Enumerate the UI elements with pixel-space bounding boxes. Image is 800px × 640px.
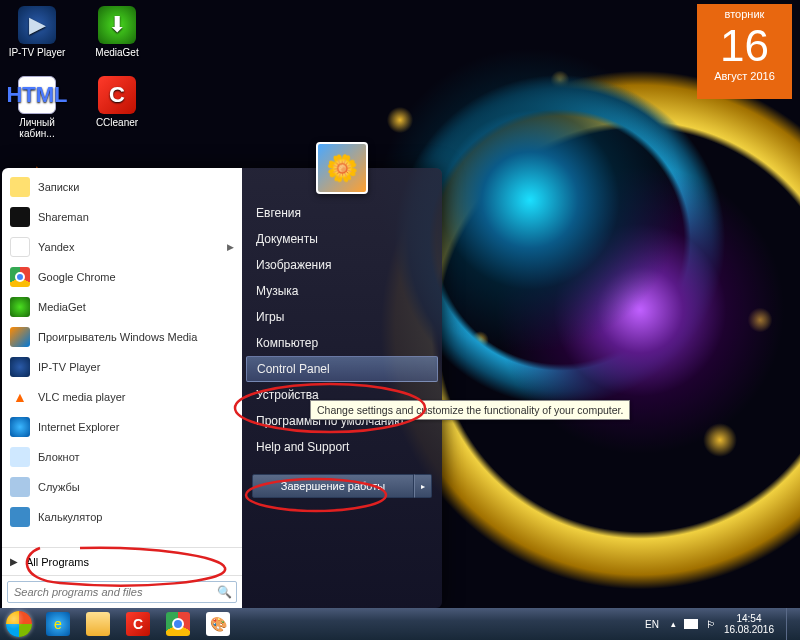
start-menu-item-services[interactable]: Службы	[2, 472, 242, 502]
start-menu-right-games[interactable]: Игры	[242, 304, 442, 330]
gadget-day: 16	[701, 24, 788, 68]
start-menu-item-label: Google Chrome	[38, 271, 116, 283]
tray-time: 14:54	[724, 613, 774, 625]
tray-action-center-icon[interactable]: 🏳	[706, 619, 716, 630]
chrome-icon	[10, 267, 30, 287]
desktop-icon-mediaget[interactable]: ⬇ MediaGet	[86, 6, 148, 58]
start-menu-item-vlc[interactable]: ▲VLC media player	[2, 382, 242, 412]
start-menu-item-calc[interactable]: Калькулятор	[2, 502, 242, 532]
tray-language[interactable]: EN	[641, 617, 663, 632]
start-menu-item-notes[interactable]: Записки	[2, 172, 242, 202]
tray-clock[interactable]: 14:54 16.08.2016	[724, 613, 774, 636]
ie-icon: e	[46, 612, 70, 636]
start-menu-item-yandex[interactable]: Yandex▶	[2, 232, 242, 262]
taskbar: e C EN ▴ 🏳 14:54 16.08.2016	[0, 608, 800, 640]
html-file-icon: HTML	[18, 76, 56, 114]
tray-date: 16.08.2016	[724, 624, 774, 636]
date-gadget[interactable]: вторник 16 Август 2016	[697, 4, 792, 99]
start-menu-item-label: IP-TV Player	[38, 361, 100, 373]
gadget-month-year: Август 2016	[701, 70, 788, 82]
start-button[interactable]	[0, 608, 38, 640]
desktop-icon-label: MediaGet	[95, 47, 138, 58]
start-menu-item-mediaget[interactable]: MediaGet	[2, 292, 242, 322]
tray-flag-icon[interactable]	[684, 619, 698, 629]
start-menu-item-label: Блокнот	[38, 451, 80, 463]
search-input[interactable]	[7, 581, 237, 603]
desktop-icon-label: CCleaner	[96, 117, 138, 128]
yandex-icon	[10, 237, 30, 257]
start-menu-item-label: Internet Explorer	[38, 421, 119, 433]
chevron-right-icon: ▶	[10, 556, 18, 567]
taskbar-pin-explorer[interactable]	[78, 608, 118, 640]
start-menu-user[interactable]: Евгения	[242, 200, 442, 226]
start-menu-item-shareman[interactable]: Shareman	[2, 202, 242, 232]
shutdown-options-button[interactable]: ▸	[414, 474, 432, 498]
control-panel-tooltip: Change settings and customize the functi…	[310, 400, 630, 420]
start-menu-right-pictures[interactable]: Изображения	[242, 252, 442, 278]
start-menu: ЗапискиSharemanYandex▶Google ChromeMedia…	[2, 168, 442, 608]
system-tray: EN ▴ 🏳 14:54 16.08.2016	[641, 608, 800, 640]
start-menu-left-pane: ЗапискиSharemanYandex▶Google ChromeMedia…	[2, 168, 242, 608]
iptv-icon	[10, 357, 30, 377]
gadget-dayofweek: вторник	[701, 8, 788, 20]
desktop-icon-label: IP-TV Player	[9, 47, 66, 58]
desktop-icon-html[interactable]: HTML Личный кабин...	[6, 76, 68, 139]
ccleaner-icon: C	[98, 76, 136, 114]
wmp-icon	[10, 327, 30, 347]
services-icon	[10, 477, 30, 497]
taskbar-pin-ie[interactable]: e	[38, 608, 78, 640]
desktop-icon-label: Личный кабин...	[6, 117, 68, 139]
taskbar-pin-ccleaner[interactable]: C	[118, 608, 158, 640]
mediaget-icon: ⬇	[98, 6, 136, 44]
ccleaner-icon: C	[126, 612, 150, 636]
start-menu-right-computer[interactable]: Компьютер	[242, 330, 442, 356]
start-menu-item-wmp[interactable]: Проигрыватель Windows Media	[2, 322, 242, 352]
start-menu-item-notepad[interactable]: Блокнот	[2, 442, 242, 472]
taskbar-pin-paint[interactable]	[198, 608, 238, 640]
desktop-icon-iptv[interactable]: ▶ IP-TV Player	[6, 6, 68, 58]
desktop-icons-area: ▶ IP-TV Player ⬇ MediaGet HTML Личный ка…	[6, 6, 206, 194]
submenu-arrow-icon: ▶	[227, 242, 234, 252]
start-menu-right-pane: 🌼 Евгения ДокументыИзображенияМузыкаИгры…	[242, 168, 442, 608]
all-programs-button[interactable]: ▶ All Programs	[2, 547, 242, 575]
shutdown-group: Завершение работы ▸	[252, 474, 432, 498]
calc-icon	[10, 507, 30, 527]
desktop-icon-ccleaner[interactable]: C CCleaner	[86, 76, 148, 139]
start-menu-item-label: Yandex	[38, 241, 75, 253]
start-menu-item-label: Проигрыватель Windows Media	[38, 331, 197, 343]
start-menu-item-label: Shareman	[38, 211, 89, 223]
start-menu-item-ie[interactable]: Internet Explorer	[2, 412, 242, 442]
taskbar-pin-chrome[interactable]	[158, 608, 198, 640]
notepad-icon	[10, 447, 30, 467]
start-menu-search: 🔍	[2, 575, 242, 608]
notes-icon	[10, 177, 30, 197]
start-menu-right-help[interactable]: Help and Support	[242, 434, 442, 460]
user-avatar[interactable]: 🌼	[316, 142, 368, 194]
start-menu-item-chrome[interactable]: Google Chrome	[2, 262, 242, 292]
search-icon: 🔍	[217, 585, 232, 599]
windows-logo-icon	[6, 611, 32, 637]
start-menu-item-iptv[interactable]: IP-TV Player	[2, 352, 242, 382]
tray-show-hidden-icon[interactable]: ▴	[671, 619, 676, 629]
mediaget-icon	[10, 297, 30, 317]
folder-icon	[86, 612, 110, 636]
shareman-icon	[10, 207, 30, 227]
paint-icon	[206, 612, 230, 636]
shutdown-button[interactable]: Завершение работы	[252, 474, 414, 498]
start-menu-item-label: Калькулятор	[38, 511, 102, 523]
ie-icon	[10, 417, 30, 437]
start-menu-item-label: Записки	[38, 181, 79, 193]
show-desktop-button[interactable]	[786, 608, 796, 640]
iptv-icon: ▶	[18, 6, 56, 44]
vlc-icon: ▲	[10, 387, 30, 407]
start-menu-right-music[interactable]: Музыка	[242, 278, 442, 304]
start-menu-program-list: ЗапискиSharemanYandex▶Google ChromeMedia…	[2, 168, 242, 547]
all-programs-label: All Programs	[26, 556, 89, 568]
start-menu-right-documents[interactable]: Документы	[242, 226, 442, 252]
start-menu-item-label: Службы	[38, 481, 80, 493]
start-menu-item-label: MediaGet	[38, 301, 86, 313]
start-menu-item-label: VLC media player	[38, 391, 125, 403]
start-menu-right-controlpanel[interactable]: Control Panel	[246, 356, 438, 382]
chrome-icon	[166, 612, 190, 636]
